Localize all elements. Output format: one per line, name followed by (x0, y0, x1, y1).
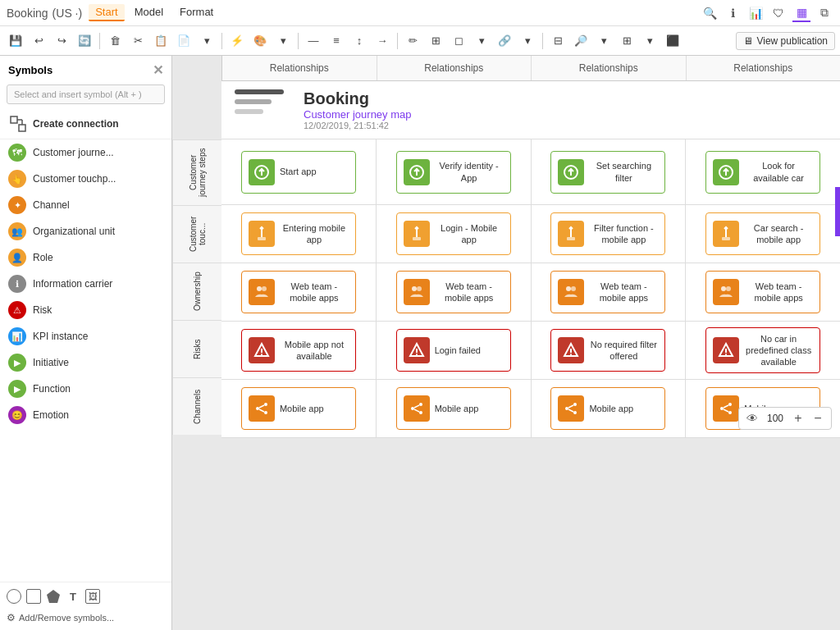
ownership-card-2[interactable]: Web team - mobile apps (396, 271, 511, 313)
touchpoint-cell-4: Car search - mobile app (686, 205, 840, 262)
sidebar-item-info-carrier[interactable]: ℹ Information carrier (0, 271, 171, 297)
save-button[interactable]: 💾 (5, 30, 26, 52)
zoom-button[interactable]: 🔎 (570, 30, 591, 52)
col-header-4: Relationships (687, 56, 841, 80)
risk-card-1[interactable]: Mobile app not available (241, 329, 356, 372)
paste-button[interactable]: 📄 (173, 30, 194, 52)
sidebar-item-kpi[interactable]: 📊 KPI instance (0, 323, 171, 349)
chart-icon[interactable]: 📊 (746, 4, 765, 22)
journey-card-1[interactable]: Start app (241, 151, 356, 194)
ownership-card-1[interactable]: Web team - mobile apps (241, 271, 356, 313)
journey-card-2[interactable]: Verify identity - App (396, 151, 511, 194)
sidebar-close-button[interactable]: ✕ (153, 62, 163, 78)
channel-card-3[interactable]: Mobile app (550, 387, 665, 430)
edit-button[interactable]: ✏ (402, 30, 423, 52)
eye-button[interactable]: 👁 (744, 410, 760, 427)
risk-icon-3 (558, 337, 584, 363)
fill-dropdown[interactable]: ▾ (272, 30, 294, 52)
menu-start[interactable]: Start (89, 4, 124, 21)
refresh-button[interactable]: 🔄 (74, 30, 95, 52)
shape-dropdown[interactable]: ▾ (471, 30, 492, 52)
journey-card-4[interactable]: Look for available car (705, 151, 820, 194)
sidebar-item-org-unit[interactable]: 👥 Organizational unit (0, 218, 171, 244)
paste-dropdown[interactable]: ▾ (196, 30, 217, 52)
row-label-touchpoint: Customer touc... (172, 205, 221, 262)
spacing-button[interactable]: ↕ (349, 30, 370, 52)
sidebar-item-customer-journey[interactable]: 🗺 Customer journe... (0, 139, 171, 166)
sidebar-item-emotion[interactable]: 😊 Emotion (0, 402, 171, 428)
sidebar-search[interactable]: Select and insert symbol (Alt + ) (7, 84, 165, 104)
shape-text[interactable]: T (66, 589, 80, 604)
shape-image[interactable]: 🖼 (85, 589, 100, 604)
sidebar-item-risk[interactable]: ⚠ Risk (0, 297, 171, 323)
risk-card-3[interactable]: No required filter offered (550, 329, 665, 372)
svg-line-36 (259, 405, 264, 408)
zoom-out-button[interactable]: − (810, 410, 826, 427)
table-button[interactable]: ⊟ (547, 30, 568, 52)
cut-button[interactable]: ✂ (127, 30, 148, 52)
view-publication-button[interactable]: 🖥 View publication (736, 32, 835, 50)
risk-card-2[interactable]: Login failed (396, 329, 511, 372)
risk-card-4[interactable]: No car in predefined class available (705, 327, 820, 374)
sidebar-label-kpi: KPI instance (33, 331, 88, 342)
separator-4 (397, 33, 398, 49)
link-button[interactable]: 🔗 (494, 30, 515, 52)
sidebar-item-initiative[interactable]: ▶ Initiative (0, 349, 171, 376)
export-button[interactable]: ⬛ (662, 30, 683, 52)
touchpoint-card-2[interactable]: Login - Mobile app (396, 212, 511, 255)
fill-button[interactable]: 🎨 (249, 30, 271, 52)
layout-dropdown[interactable]: ▾ (639, 30, 660, 52)
channel-card-1[interactable]: Mobile app (241, 387, 356, 430)
copy2-icon[interactable]: ⧉ (815, 4, 833, 22)
diagram-date: 12/02/2019, 21:51:42 (304, 121, 412, 130)
shape-rect[interactable] (26, 589, 41, 604)
shield-icon[interactable]: 🛡 (769, 4, 788, 22)
header-text: Booking Customer journey map 12/02/2019,… (304, 89, 412, 130)
zoom-in-button[interactable]: + (790, 410, 806, 427)
grid-icon[interactable]: ▦ (792, 4, 810, 22)
redo-button[interactable]: ↪ (51, 30, 72, 52)
layout-button[interactable]: ⊞ (616, 30, 637, 52)
journey-icon-1 (249, 159, 275, 185)
arrow-button[interactable]: → (372, 30, 393, 52)
shape-pentagon[interactable] (46, 589, 61, 604)
sidebar-label-function: Function (33, 383, 71, 395)
menu-model[interactable]: Model (128, 4, 170, 21)
sidebar-item-function[interactable]: ▶ Function (0, 376, 171, 402)
row-label-channels: Channels (172, 377, 221, 435)
sidebar-item-channel[interactable]: ✦ Channel (0, 192, 171, 218)
ownership-card-3[interactable]: Web team - mobile apps (550, 271, 665, 313)
create-connection-button[interactable]: Create connection (0, 109, 171, 139)
channel-icon-2 (404, 395, 430, 422)
shape-button[interactable]: ◻ (448, 30, 469, 52)
zoom-dropdown[interactable]: ▾ (593, 30, 614, 52)
delete-button[interactable]: 🗑 (104, 30, 126, 52)
touchpoint-card-4[interactable]: Car search - mobile app (705, 212, 820, 255)
stroke-button[interactable]: — (303, 30, 324, 52)
ownership-icon-4 (713, 279, 739, 305)
search-icon[interactable]: 🔍 (701, 4, 719, 22)
add-remove-symbols-button[interactable]: ⚙ Add/Remove symbols... (7, 612, 165, 623)
sidebar-label-initiative: Initiative (33, 357, 69, 368)
ownership-cell-4: Web team - mobile apps (686, 263, 840, 321)
sidebar-item-customer-touchpoint[interactable]: 👆 Customer touchp... (0, 166, 171, 192)
function-icon: ▶ (8, 380, 26, 398)
svg-line-47 (568, 409, 573, 412)
lines-button[interactable]: ≡ (326, 30, 347, 52)
ownership-card-4[interactable]: Web team - mobile apps (705, 271, 820, 313)
svg-point-17 (566, 286, 571, 291)
group-button[interactable]: ⊞ (425, 30, 446, 52)
channel-card-2[interactable]: Mobile app (396, 387, 511, 430)
canvas-area[interactable]: Relationships Relationships Relationship… (172, 56, 840, 630)
shape-circle[interactable] (7, 589, 21, 604)
info-icon[interactable]: ℹ (724, 4, 742, 22)
undo-button[interactable]: ↩ (28, 30, 49, 52)
link-dropdown[interactable]: ▾ (517, 30, 538, 52)
touchpoint-card-3[interactable]: Filter function - mobile app (550, 212, 665, 255)
connect-button[interactable]: ⚡ (226, 30, 248, 52)
menu-format[interactable]: Format (173, 4, 220, 21)
copy-button[interactable]: 📋 (150, 30, 171, 52)
journey-card-3[interactable]: Set searching filter (550, 151, 665, 194)
sidebar-item-role[interactable]: 👤 Role (0, 244, 171, 271)
touchpoint-card-1[interactable]: Entering mobile app (241, 212, 356, 255)
